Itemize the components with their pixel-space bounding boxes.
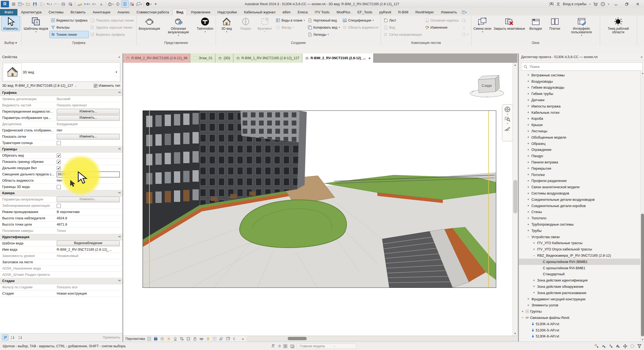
tree-expander[interactable]: + bbox=[526, 142, 530, 145]
ribbon-tab-кабельный-журнал[interactable]: Кабельный журнал bbox=[240, 9, 279, 16]
ribbon-tab-вид[interactable]: Вид bbox=[173, 9, 187, 16]
design-options-icon[interactable] bbox=[290, 344, 295, 349]
property-checkbox[interactable] bbox=[57, 166, 61, 170]
ribbon-button-вкладки[interactable]: Вкладки bbox=[526, 16, 545, 31]
tree-item[interactable]: 5130K-4-AP.rvt bbox=[519, 321, 644, 327]
tree-expander[interactable]: + bbox=[526, 110, 530, 114]
properties-section-стадии[interactable]: Стадии^^ bbox=[0, 278, 122, 284]
detail-level-icon[interactable] bbox=[154, 337, 158, 341]
tree-expander[interactable]: − bbox=[532, 254, 536, 258]
tree-item[interactable]: + Зона действия идентификация bbox=[519, 277, 644, 283]
tree-expander[interactable]: + bbox=[526, 86, 530, 89]
collapse-section-icon[interactable]: ^^ bbox=[118, 192, 120, 195]
ribbon-button-область-видимости[interactable]: Область видимости bbox=[341, 24, 379, 31]
ribbon-tab-eneca[interactable]: Eneca bbox=[294, 9, 311, 16]
property-edit-button[interactable]: Видеонаблюдение bbox=[57, 241, 120, 246]
close-button[interactable] bbox=[634, 1, 642, 7]
modify-panel-toggle[interactable]: ▾ bbox=[461, 9, 468, 16]
tree-item[interactable]: + Пандус bbox=[519, 153, 644, 159]
tree-expander[interactable]: + bbox=[526, 98, 530, 102]
viewcube[interactable]: Сзади bbox=[469, 74, 510, 101]
tree-expander[interactable]: − bbox=[526, 235, 530, 239]
select-pinned-icon[interactable] bbox=[609, 344, 613, 349]
sort-descending-button[interactable]: ZA bbox=[17, 335, 23, 340]
collapse-section-icon[interactable]: ^^ bbox=[118, 148, 120, 151]
tree-expander[interactable]: + bbox=[526, 173, 530, 177]
ribbon-tab-modplus[interactable]: ModPlus bbox=[333, 9, 354, 16]
ribbon-button-виды-в-плане[interactable]: Виды в плане▾ bbox=[275, 17, 306, 24]
ribbon-tab-архитектура[interactable]: Архитектура bbox=[17, 9, 45, 16]
minimize-button[interactable] bbox=[612, 1, 620, 7]
tree-item[interactable]: + Датчики bbox=[519, 97, 644, 103]
tree-expander[interactable]: + bbox=[526, 73, 530, 77]
property-checkbox[interactable] bbox=[57, 204, 61, 208]
viewport-vertical-scrollbar[interactable]: ▲ ▼ bbox=[513, 63, 517, 336]
tree-item[interactable]: + Группы bbox=[519, 308, 644, 315]
restore-button[interactable] bbox=[623, 1, 631, 7]
property-checkbox[interactable] bbox=[57, 141, 61, 145]
tree-expander[interactable]: + bbox=[532, 279, 536, 282]
tree-item[interactable]: Стандартный bbox=[519, 271, 644, 277]
qat-save-button[interactable] bbox=[31, 1, 38, 7]
apply-button[interactable]: Применить bbox=[103, 336, 120, 339]
tree-expander[interactable]: + bbox=[526, 223, 530, 226]
properties-close-icon[interactable]: × bbox=[118, 55, 120, 59]
pan-icon[interactable] bbox=[504, 125, 511, 132]
tree-item[interactable]: + Элементы узлов bbox=[519, 302, 644, 308]
tree-expander[interactable]: + bbox=[526, 148, 530, 152]
tree-item[interactable]: + Связи аналитической модели bbox=[519, 184, 644, 190]
ribbon-button-вид[interactable]: Вид bbox=[382, 24, 423, 31]
tree-expander[interactable]: + bbox=[526, 185, 530, 189]
tree-item[interactable]: + Панели витража bbox=[519, 159, 644, 165]
property-value[interactable]: Координация bbox=[57, 122, 122, 126]
hscroll-left-arrow-icon[interactable]: ◄ bbox=[241, 337, 244, 340]
navigation-bar[interactable]: ▾ ▾ bbox=[502, 104, 513, 141]
ribbon-button-фасад[interactable]: Фасад▾ bbox=[275, 24, 306, 31]
qat-section-button[interactable] bbox=[114, 1, 121, 7]
dashed-selection-icon[interactable] bbox=[630, 344, 635, 349]
view-tab[interactable]: R-BIM_2_RV-3NCT2165 (2.8-12)_96 bbox=[123, 53, 190, 63]
tree-expander[interactable]: + bbox=[526, 79, 530, 83]
lock-view-icon[interactable] bbox=[193, 337, 197, 341]
select-links-icon[interactable] bbox=[594, 344, 599, 349]
tree-item[interactable]: + Зона действия обнаружение bbox=[519, 283, 644, 290]
browser-search-box[interactable] bbox=[521, 62, 643, 71]
select-by-face-icon[interactable] bbox=[616, 344, 621, 349]
property-checkbox[interactable] bbox=[57, 154, 61, 158]
qat-thin-lines-button[interactable] bbox=[121, 1, 128, 7]
help-icon[interactable]: ? bbox=[601, 2, 605, 6]
browser-scrollbar[interactable]: ▲ ▼ bbox=[640, 71, 644, 342]
hide-isolate-icon[interactable] bbox=[199, 337, 204, 341]
ribbon-tab-изменить[interactable]: Изменить bbox=[437, 9, 461, 16]
revit-app-icon[interactable]: R bbox=[1, 1, 9, 7]
tree-expander[interactable]: + bbox=[526, 210, 530, 214]
tree-expander[interactable]: + bbox=[526, 154, 530, 158]
tree-item[interactable]: + ITV_УГО Кабельные трассы bbox=[519, 240, 644, 246]
property-value[interactable]: Точно bbox=[57, 229, 122, 233]
ribbon-button-видимость-графика[interactable]: Видимость/ графика bbox=[50, 17, 89, 24]
qat-switch-windows-button[interactable]: ▾ bbox=[136, 1, 143, 7]
ribbon-tab-itv-tools[interactable]: ITV Tools bbox=[311, 9, 333, 16]
steering-wheel-icon[interactable] bbox=[504, 106, 511, 113]
property-value[interactable]: Нет bbox=[57, 128, 122, 132]
sort-ascending-button[interactable]: AZ bbox=[10, 335, 16, 340]
property-value[interactable]: R-BIM_2_RV-3NCT2165 (2.8-12)_... bbox=[57, 248, 122, 252]
ribbon-tab-аннотации[interactable]: Аннотации bbox=[89, 9, 114, 16]
tree-item[interactable]: + Импосты витража bbox=[519, 103, 644, 109]
store-cart-icon[interactable] bbox=[593, 2, 598, 6]
property-value[interactable]: 4871.8 bbox=[57, 223, 122, 226]
type-caret-icon[interactable]: ▼ bbox=[115, 71, 118, 74]
ribbon-tab-совместная-работа[interactable]: Совместная работа bbox=[133, 9, 173, 16]
properties-section-границы[interactable]: Границы^^ bbox=[0, 146, 122, 152]
tree-item[interactable]: + Лестницы bbox=[519, 128, 644, 134]
qat-default-3d-view-button[interactable]: ▾ bbox=[107, 1, 114, 7]
temp-view-properties-icon[interactable] bbox=[212, 337, 217, 341]
tree-item[interactable]: + Трубопроводные системы bbox=[519, 221, 644, 228]
ribbon-tab-анализ[interactable]: Анализ bbox=[114, 9, 133, 16]
active-design-option-select[interactable]: Главная модель⌄ bbox=[297, 343, 356, 349]
viewport-vscroll-thumb[interactable] bbox=[513, 180, 517, 213]
tree-item[interactable]: С кронштейном RVi-BMB1 bbox=[519, 265, 644, 271]
tree-item[interactable]: + Трубы bbox=[519, 228, 644, 234]
tree-expander[interactable]: + bbox=[526, 303, 530, 307]
qat-redo-button[interactable]: ▾ bbox=[53, 1, 60, 7]
